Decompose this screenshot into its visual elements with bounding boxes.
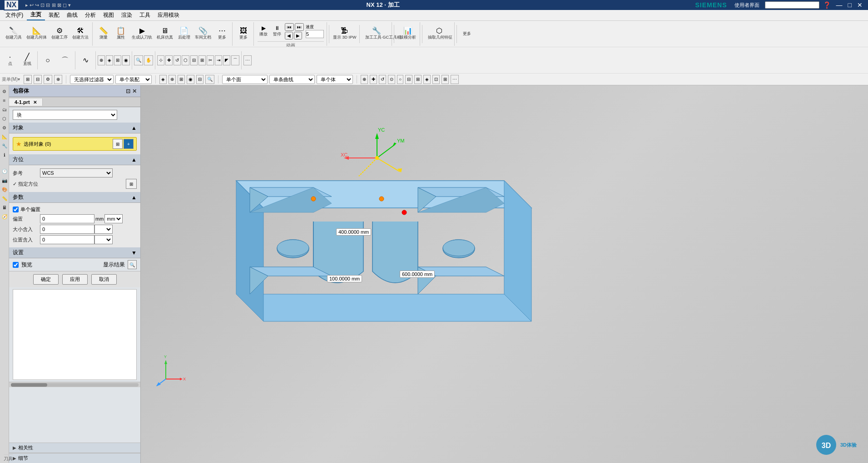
r3-btn5[interactable]: ⊟ [196, 75, 203, 84]
filter-select[interactable]: 无选择过滤器 [70, 75, 114, 84]
left-icon-measure2[interactable]: 📏 [0, 194, 9, 202]
curve-select[interactable]: 单条曲线 [269, 75, 315, 84]
anim-fwd-btn[interactable]: ⏭ [295, 23, 304, 31]
create-geom-btn[interactable]: 📐 创建几何体 [25, 26, 49, 41]
dialog-expand-icon[interactable]: ⊡ [126, 88, 130, 94]
simulate-btn[interactable]: 🖥 机床仿真 [155, 26, 175, 41]
attribute-btn[interactable]: 📋 属性 [113, 26, 129, 41]
size-shrink-input[interactable] [40, 225, 94, 234]
extract-geom-btn[interactable]: ⬡ 抽取几何特征 [426, 26, 452, 41]
r3-more-btn6[interactable]: ⊟ [405, 75, 412, 84]
tab-close-btn[interactable]: ✕ [33, 100, 37, 105]
more-curve-btn[interactable]: ∿ [77, 56, 94, 65]
toolbar-opt2-btn[interactable]: ⊟ [34, 75, 42, 84]
postprocess-btn[interactable]: 📄 后处理 [176, 26, 192, 41]
fillet-btn[interactable]: ⌒ [231, 55, 239, 65]
r3-btn4[interactable]: ◉ [187, 75, 194, 84]
scale-btn[interactable]: ⬡ [182, 55, 189, 65]
menu-render[interactable]: 渲染 [118, 10, 136, 20]
left-icon-layers[interactable]: ≡ [0, 96, 9, 104]
more-ops-btn[interactable]: ⋯ 更多 [214, 26, 230, 41]
apply-btn[interactable]: 应用 [62, 274, 88, 285]
objects-section-header[interactable]: 对象 ▲ [9, 123, 140, 133]
move-btn[interactable]: ✚ [165, 55, 173, 65]
anim-back-btn[interactable]: ⏮ [285, 23, 294, 31]
search-input[interactable] [765, 1, 819, 9]
select-add-btn[interactable]: + [124, 139, 134, 149]
ref-select[interactable]: WCS [40, 168, 113, 177]
menu-home[interactable]: 主页 [27, 10, 45, 20]
more-r2-btn[interactable]: ⋯ [243, 55, 252, 65]
point-btn[interactable]: · 点 [2, 53, 18, 68]
params-section-header[interactable]: 参数 ▲ [9, 192, 140, 203]
r3-btn3[interactable]: ⊞ [178, 75, 185, 84]
chamfer-btn[interactable]: ◤ [223, 55, 230, 65]
toolbar-opt4-btn[interactable]: ⊕ [54, 75, 62, 84]
ok-btn[interactable]: 确定 [33, 274, 59, 285]
help-btn[interactable]: ❓ [821, 1, 833, 9]
close-btn[interactable]: ✕ [855, 1, 864, 9]
left-icon-nav[interactable]: 🗂 [0, 105, 9, 113]
left-icon-palette[interactable]: 🎨 [0, 185, 9, 193]
specify-btn[interactable]: ⊞ [126, 179, 137, 189]
filter-btn[interactable]: ◈ [106, 55, 113, 65]
snap-grid-btn[interactable]: ⊹ [157, 55, 164, 65]
size-shrink-select[interactable] [94, 225, 113, 234]
r3-more-btn1[interactable]: ⊕ [361, 75, 368, 84]
left-icon-calc[interactable]: 🖩 [0, 203, 9, 212]
single-offset-checkbox[interactable] [13, 207, 19, 212]
minimize-btn[interactable]: — [834, 1, 844, 9]
r3-more-btn2[interactable]: ✚ [370, 75, 377, 84]
snap-btn[interactable]: ⊕ [98, 55, 105, 65]
generate-btn[interactable]: ▶ 生成认刀轨 [130, 26, 154, 41]
menu-assembly[interactable]: 装配 [45, 10, 63, 20]
create-method-btn[interactable]: 🛠 创建方法 [70, 26, 90, 41]
r3-more-btn3[interactable]: ↺ [379, 75, 386, 84]
r3-btn1[interactable]: ◈ [159, 75, 167, 84]
left-icon-tool[interactable]: 🔧 [0, 142, 9, 150]
menu-curve[interactable]: 曲线 [63, 10, 81, 20]
view-btn[interactable]: ⊞ [114, 55, 121, 65]
line-btn[interactable]: ╱ 直线 [19, 53, 35, 68]
pan-btn[interactable]: ✋ [144, 55, 153, 65]
menu-tools[interactable]: 工具 [136, 10, 154, 20]
show-result-btn[interactable]: 🔍 [128, 260, 137, 269]
menu-file[interactable]: 文件(F) [2, 10, 27, 20]
circle-btn[interactable]: ○ [40, 56, 56, 65]
trim-btn[interactable]: ✂ [207, 55, 214, 65]
left-icon-info[interactable]: ℹ [0, 151, 9, 159]
left-icon-op[interactable]: ⚙ [0, 123, 9, 132]
type-select[interactable]: 块 [13, 110, 117, 120]
workshop-btn[interactable]: 📎 车间文档 [193, 26, 213, 41]
anim-prev-btn[interactable]: ◀ [285, 32, 293, 39]
zoom-btn[interactable]: 🔍 [134, 55, 143, 65]
select-filter-btn[interactable]: ⊞ [113, 139, 123, 149]
r3-more-btn9[interactable]: ⊡ [432, 75, 440, 84]
r3-more-btn10[interactable]: ⊞ [441, 75, 449, 84]
r3-more-btn8[interactable]: ◈ [423, 75, 431, 84]
related-header[interactable]: ▶ 相关性 [9, 443, 140, 453]
r3-btn2[interactable]: ⊕ [169, 75, 176, 84]
menu-apps[interactable]: 应用模块 [154, 10, 183, 20]
toolbar-opt1-btn[interactable]: ⊞ [24, 75, 32, 84]
display-btn[interactable]: 🖼 更多 [235, 26, 252, 41]
menu-view[interactable]: 视图 [99, 10, 118, 20]
left-icon-camera[interactable]: 📷 [0, 176, 9, 184]
extend-btn[interactable]: ⇥ [215, 55, 222, 65]
left-icon-nav2[interactable]: 🧭 [0, 212, 9, 221]
tab-4-1-prt[interactable]: 4-1.prt ✕ [9, 99, 43, 106]
pos-shrink-select[interactable] [94, 235, 113, 244]
details-header[interactable]: ▶ 细节 [9, 453, 140, 463]
orientation-section-header[interactable]: 方位 ▲ [9, 154, 140, 165]
offset-unit-select[interactable]: mm [104, 214, 123, 223]
arc-btn[interactable]: ⌒ [57, 56, 73, 65]
r3-more-btn11[interactable]: ⋯ [451, 75, 459, 84]
cancel-btn[interactable]: 取消 [91, 274, 117, 285]
dialog-close-icon[interactable]: ✕ [132, 88, 137, 94]
preview-checkbox[interactable] [13, 262, 19, 268]
create-op-btn[interactable]: ⚙ 创建工序 [50, 26, 69, 41]
offset-input[interactable] [40, 214, 94, 223]
r3-more-btn4[interactable]: ⊙ [388, 75, 395, 84]
tools2-btn[interactable]: 🔧 加工工具·GC工具精 [363, 26, 390, 41]
play-btn[interactable]: ▶ 播放 [258, 24, 269, 38]
